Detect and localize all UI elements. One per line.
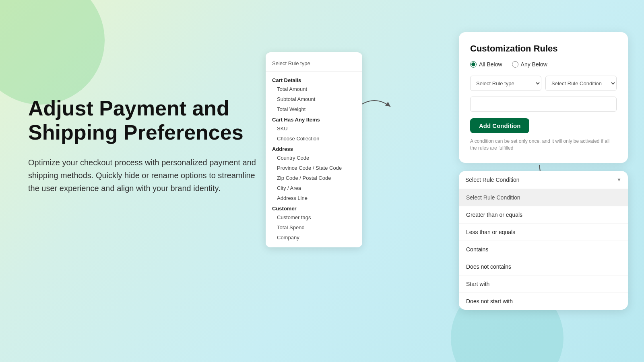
add-condition-button[interactable]: Add Condition [470, 118, 529, 133]
item-choose-collection[interactable]: Choose Collection [266, 134, 362, 144]
rule-type-dropdown-card: Select Rule type Cart Details Total Amou… [266, 52, 362, 247]
category-cart-details: Cart Details [266, 75, 362, 84]
item-total-spend[interactable]: Total Spend [266, 222, 362, 232]
radio-group: All Below Any Below [470, 61, 617, 68]
rule-condition-dropdown-card: Select Rule Condition ▼ Select Rule Cond… [459, 171, 628, 310]
select-rule-type[interactable]: Select Rule type [470, 76, 541, 91]
option-greater-than-or-equals[interactable]: Greater than or equals [459, 206, 628, 224]
item-subtotal-amount[interactable]: Subtotal Amount [266, 94, 362, 104]
customization-rules-card: Customization Rules All Below Any Below … [459, 32, 628, 163]
radio-all-below[interactable]: All Below [470, 61, 502, 68]
option-select-rule-condition[interactable]: Select Rule Condition [459, 189, 628, 206]
option-less-than-or-equals[interactable]: Less than or equals [459, 224, 628, 241]
card-title: Customization Rules [470, 43, 617, 54]
dropdown-select-header-text: Select Rule Condition [465, 177, 520, 183]
hint-text: A condition can be set only once, and it… [470, 138, 617, 152]
option-does-not-contains[interactable]: Does not contains [459, 258, 628, 276]
radio-all-below-label: All Below [479, 61, 502, 68]
radio-any-below[interactable]: Any Below [512, 61, 547, 68]
item-total-weight[interactable]: Total Weight [266, 104, 362, 114]
item-province-code[interactable]: Province Code / State Code [266, 163, 362, 173]
item-total-amount[interactable]: Total Amount [266, 84, 362, 94]
main-subtitle: Optimize your checkout process with pers… [28, 156, 262, 195]
selects-row: Select Rule type Select Rule Condition [470, 76, 617, 91]
main-title: Adjust Payment and Shipping Preferences [28, 97, 262, 145]
category-address: Address [266, 144, 362, 153]
item-address-line[interactable]: Address Line [266, 193, 362, 203]
option-contains[interactable]: Contains [459, 241, 628, 258]
option-does-not-start-with[interactable]: Does not start with [459, 293, 628, 310]
item-sku[interactable]: SKU [266, 123, 362, 134]
dropdown-select-header[interactable]: Select Rule Condition ▼ [459, 171, 628, 189]
select-rule-condition[interactable]: Select Rule Condition [545, 76, 617, 91]
right-section: Select Rule type Cart Details Total Amou… [266, 32, 628, 330]
category-cart-has-any-items: Cart Has Any Items [266, 114, 362, 123]
dropdown-header: Select Rule type [266, 57, 362, 72]
option-start-with[interactable]: Start with [459, 276, 628, 293]
item-city-area[interactable]: City / Area [266, 183, 362, 193]
item-country-code[interactable]: Country Code [266, 153, 362, 163]
category-customer: Customer [266, 203, 362, 212]
radio-any-below-label: Any Below [521, 61, 547, 68]
chevron-down-icon: ▼ [617, 177, 621, 183]
value-input[interactable] [470, 97, 617, 112]
left-section: Adjust Payment and Shipping Preferences … [28, 97, 262, 195]
item-customer-tags[interactable]: Customer tags [266, 212, 362, 222]
item-company[interactable]: Company [266, 232, 362, 243]
item-zip-code[interactable]: Zip Code / Postal Code [266, 173, 362, 183]
